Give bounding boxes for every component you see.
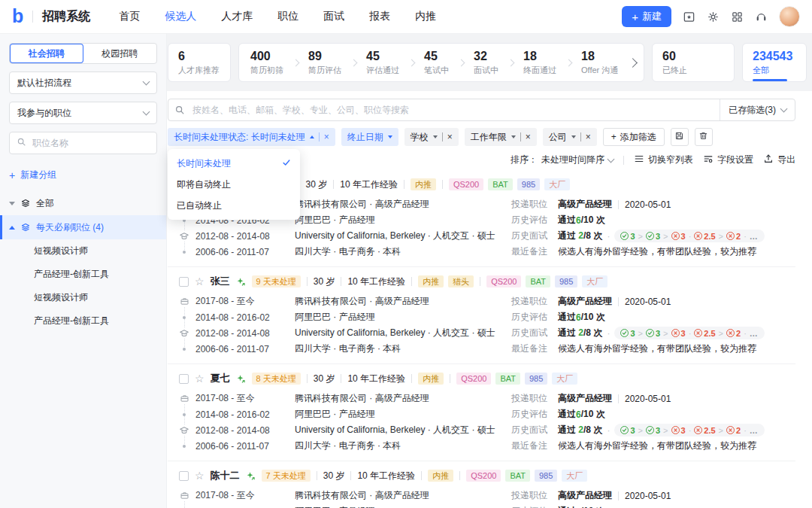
row-checkbox[interactable] — [179, 471, 189, 481]
timeline-period: 2017-08 - 至今 — [195, 392, 295, 405]
timeline-entry: 2017-08 - 至今 腾讯科技有限公司 · 高级产品经理 — [179, 391, 511, 406]
dropdown-option[interactable]: 长时间未处理 — [168, 153, 300, 174]
stage-stat[interactable]: 89 简历评估 — [298, 50, 351, 76]
apps-grid-icon[interactable] — [731, 11, 744, 23]
divider — [480, 277, 480, 286]
export-button[interactable]: 导出 — [763, 154, 795, 166]
dot-icon — [179, 348, 189, 351]
sort-control[interactable]: 排序： 未处理时间降序 — [511, 154, 614, 166]
app-logo-icon[interactable]: b — [12, 7, 23, 26]
favorite-star-icon[interactable]: ☆ — [195, 276, 205, 287]
nav-item[interactable]: 人才库 — [221, 10, 253, 23]
stage-stat[interactable]: 18 终面通过 — [514, 50, 566, 76]
save-filter-button[interactable] — [671, 128, 689, 146]
delete-filter-button[interactable] — [695, 128, 713, 146]
stage-stat[interactable]: 45 评估通过 — [356, 50, 409, 76]
user-avatar[interactable] — [779, 6, 800, 27]
candidate-experience: 10 年工作经验 — [347, 373, 405, 385]
score-separator: > — [638, 426, 643, 435]
app-title: 招聘系统 — [42, 9, 90, 25]
nav-item[interactable]: 内推 — [415, 10, 436, 23]
nav-item[interactable]: 候选人 — [165, 10, 196, 23]
close-icon[interactable]: × — [447, 132, 453, 141]
nav-item[interactable]: 报表 — [369, 10, 390, 23]
divider — [459, 471, 460, 480]
stage-stat[interactable]: 32 面试中 — [464, 50, 508, 76]
nav-item[interactable]: 面试 — [323, 10, 344, 23]
tree-child-job[interactable]: 产品经理-创新工具 — [0, 309, 166, 333]
tree-item-label: 全部 — [36, 197, 54, 210]
new-button[interactable]: +新建 — [622, 6, 671, 27]
tree-child-job[interactable]: 短视频设计师 — [0, 286, 166, 309]
candidate-name[interactable]: 陈十二 — [211, 469, 240, 482]
row-checkbox[interactable] — [179, 374, 189, 384]
more-scores[interactable]: … — [750, 232, 759, 241]
field-settings-button[interactable]: 字段设置 — [703, 154, 753, 166]
job-search-input[interactable] — [31, 137, 150, 149]
tree-child-job[interactable]: 产品经理-创新工具 — [0, 263, 166, 286]
close-icon[interactable]: × — [526, 132, 531, 141]
stat-card-talent[interactable]: 6 人才库推荐 — [168, 43, 231, 82]
recent-note: 候选人有海外留学经验，有带团队经验，较为推荐 — [558, 245, 756, 258]
candidate-search-input[interactable] — [191, 104, 720, 116]
dropdown-option-label: 已自动终止 — [177, 199, 222, 212]
interview-score: 2 — [726, 232, 741, 241]
fail-circle-icon — [694, 329, 702, 337]
more-scores[interactable]: … — [750, 426, 759, 435]
filter-chip[interactable]: 长时间未处理状态: 长时间未处理× — [168, 128, 335, 146]
recruit-tab[interactable]: 校园招聘 — [83, 44, 157, 63]
score-separator: > — [638, 329, 643, 338]
filter-chip[interactable]: 终止日期 — [341, 128, 398, 146]
eval-result: 通过 6/10 次 — [558, 311, 605, 324]
stage-stat[interactable]: 400 简历初筛 — [241, 50, 293, 76]
candidate-age: 30 岁 — [323, 470, 345, 482]
favorite-star-icon[interactable]: ☆ — [195, 470, 205, 481]
filter-chip[interactable]: 工作年限× — [465, 128, 537, 146]
row-checkbox[interactable] — [179, 277, 189, 287]
recruit-tab[interactable]: 社会招聘 — [10, 44, 83, 63]
dropdown-option[interactable]: 已自动终止 — [168, 195, 300, 216]
candidate-age: 30 岁 — [306, 178, 328, 191]
more-scores[interactable]: … — [750, 329, 759, 338]
settings-gear-icon[interactable] — [707, 11, 720, 23]
info-label: 最近备注 — [511, 440, 558, 452]
eval-result: 通过 6/10 次 — [558, 408, 605, 421]
close-icon[interactable]: × — [324, 132, 329, 141]
nav-item[interactable]: 首页 — [119, 10, 140, 23]
source-tag: 内推 — [418, 373, 444, 385]
divider — [350, 471, 351, 480]
tree-child-job[interactable]: 短视频设计师 — [0, 239, 166, 263]
close-icon[interactable]: × — [586, 132, 591, 141]
add-filter-button[interactable]: +添加筛选 — [603, 128, 665, 146]
sidebar-select[interactable]: 默认社招流程 — [9, 71, 157, 94]
timeline-period: 2012-08 - 2014-08 — [195, 231, 295, 242]
search-icon — [174, 105, 185, 115]
candidate-tag: QS200 — [466, 470, 501, 482]
saved-filters-button[interactable]: 已存筛选(3) — [720, 99, 795, 120]
stat-card-all[interactable]: 234543 全部 — [742, 43, 807, 82]
stat-label: 简历评估 — [308, 65, 341, 76]
stat-card-terminated[interactable]: 60 已终止 — [652, 43, 735, 82]
pinned-star-icon — [236, 277, 246, 287]
filter-chip[interactable]: 学校× — [404, 128, 459, 146]
stage-stat[interactable]: 18 Offer 沟通 — [571, 50, 628, 76]
workbench-panel-star-icon[interactable] — [683, 11, 695, 23]
dropdown-option[interactable]: 即将自动终止 — [168, 174, 300, 195]
favorite-star-icon[interactable]: ☆ — [195, 373, 205, 384]
next-stages-arrow[interactable] — [628, 58, 638, 68]
stage-stat[interactable]: 45 笔试中 — [414, 50, 459, 76]
job-search-box[interactable] — [9, 132, 157, 154]
candidate-name[interactable]: 张三 — [211, 275, 230, 288]
info-label: 历史面试 — [511, 424, 558, 437]
sidebar-select[interactable]: 我参与的职位 — [9, 102, 157, 124]
tree-item-all[interactable]: 全部 — [0, 191, 166, 215]
candidate-name[interactable]: 夏七 — [211, 372, 230, 385]
filter-chip[interactable]: 公司× — [543, 128, 597, 146]
new-group-button[interactable]: +新建分组 — [9, 165, 157, 185]
tree-item-group[interactable]: 每天必刷职位 (4) — [0, 215, 166, 239]
nav-item[interactable]: 职位 — [277, 10, 298, 23]
source-tag: 内推 — [411, 178, 436, 190]
support-headset-icon[interactable] — [755, 11, 768, 23]
narrow-list-toggle[interactable]: 切换窄列表 — [634, 154, 693, 166]
candidate-info: 投递职位 高级产品经理2020-05-01 历史评估 通过 6/10 次 历史面… — [511, 391, 795, 453]
